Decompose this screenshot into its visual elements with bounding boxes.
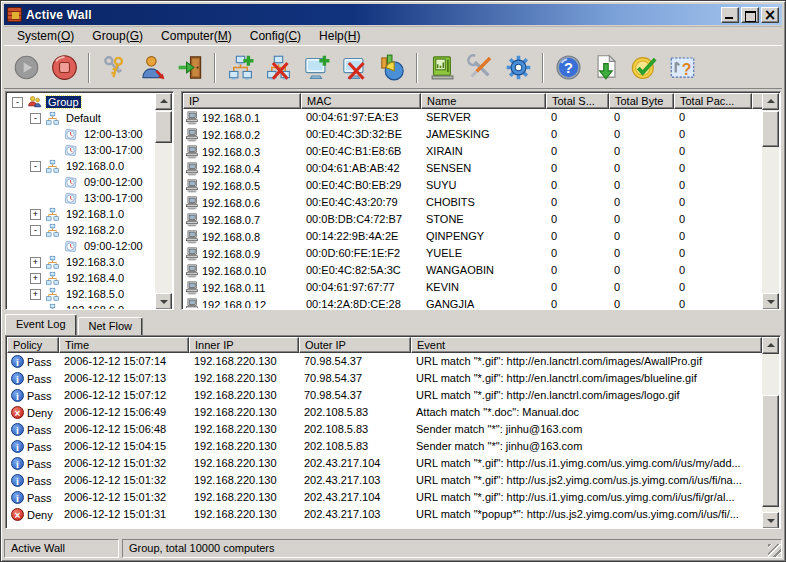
tree-item[interactable]: - Group <box>8 94 155 110</box>
event-row[interactable]: Pass 2006-12-12 15:01:32 192.168.220.130… <box>7 489 762 506</box>
col-header-name[interactable]: Name <box>421 93 546 109</box>
password-button[interactable] <box>96 50 132 86</box>
scroll-down-button[interactable] <box>762 512 779 529</box>
event-row[interactable]: Pass 2006-12-12 15:07:14 192.168.220.130… <box>7 353 762 370</box>
minimize-button[interactable] <box>721 7 739 23</box>
col-header-total-byte[interactable]: Total Byte <box>609 93 674 109</box>
computer-row[interactable]: 192.168.0.10 00:E0:4C:82:5A:3C WANGAOBIN… <box>183 262 762 279</box>
event-row[interactable]: Pass 2006-12-12 15:04:15 192.168.220.130… <box>7 438 762 455</box>
event-row[interactable]: Pass 2006-12-12 15:01:32 192.168.220.130… <box>7 472 762 489</box>
scroll-up-button[interactable] <box>762 93 779 110</box>
col-header-outer-ip[interactable]: Outer IP <box>299 337 411 353</box>
config-button[interactable] <box>500 50 536 86</box>
add-group-button[interactable] <box>222 50 258 86</box>
event-row[interactable]: Pass 2006-12-12 15:07:13 192.168.220.130… <box>7 370 762 387</box>
tree-item[interactable]: + 192.168.4.0 <box>8 270 155 286</box>
start-button[interactable] <box>8 50 44 86</box>
scroll-thumb[interactable] <box>155 111 172 143</box>
menu-item[interactable]: Help(H) <box>310 27 369 45</box>
tab[interactable]: Net Flow <box>78 317 143 335</box>
computer-row[interactable]: 192.168.0.11 00:04:61:97:67:77 KEVIN 0 0… <box>183 279 762 296</box>
event-row[interactable]: Pass 2006-12-12 15:07:12 192.168.220.130… <box>7 387 762 404</box>
computer-row[interactable]: 192.168.0.12 00:14:2A:8D:CE:28 GANGJIA 0… <box>183 296 762 308</box>
tools-button[interactable] <box>462 50 498 86</box>
tree-item[interactable]: - 192.168.2.0 <box>8 222 155 238</box>
computer-row[interactable]: 192.168.0.5 00:E0:4C:B0:EB:29 SUYU 0 0 0 <box>183 177 762 194</box>
about-button[interactable] <box>550 50 586 86</box>
event-log-scrollbar[interactable] <box>762 337 779 529</box>
add-computer-button[interactable] <box>298 50 334 86</box>
col-header-inner-ip[interactable]: Inner IP <box>189 337 299 353</box>
close-button[interactable] <box>761 7 779 23</box>
scroll-down-button[interactable] <box>155 293 172 310</box>
panel-splitter[interactable] <box>174 91 181 310</box>
computer-row[interactable]: 192.168.0.6 00:E0:4C:43:20:79 CHOBITS 0 … <box>183 194 762 211</box>
event-row[interactable]: Deny 2006-12-12 15:06:49 192.168.220.130… <box>7 404 762 421</box>
computer-row[interactable]: 192.168.0.2 00:E0:4C:3D:32:BE JAMESKING … <box>183 126 762 143</box>
col-header-time[interactable]: Time <box>59 337 189 353</box>
menu-item[interactable]: Config(C) <box>241 27 310 45</box>
tree-item[interactable]: - Default <box>8 110 155 126</box>
tree-item[interactable]: 13:00-17:00 <box>8 142 155 158</box>
col-header-total-pac[interactable]: Total Pac... <box>674 93 752 109</box>
event-row[interactable]: Pass 2006-12-12 15:01:32 192.168.220.130… <box>7 455 762 472</box>
tab[interactable]: Event Log <box>5 314 77 335</box>
netflow-button[interactable] <box>424 50 460 86</box>
tree-item[interactable]: 192.168.6.0 <box>8 302 155 310</box>
tree-item[interactable]: - 192.168.0.0 <box>8 158 155 174</box>
tree-expander[interactable]: + <box>30 209 41 220</box>
tree-expander[interactable]: - <box>30 161 41 172</box>
scroll-down-button[interactable] <box>762 293 779 310</box>
maximize-button[interactable] <box>741 7 759 23</box>
menu-item[interactable]: Group(G) <box>83 27 152 45</box>
col-header-mac[interactable]: MAC <box>301 93 421 109</box>
menu-item[interactable]: System(O) <box>8 27 83 45</box>
col-header-ip[interactable]: IP <box>183 93 301 109</box>
resize-grip[interactable] <box>768 544 781 557</box>
register-button[interactable] <box>626 50 662 86</box>
exit-button[interactable] <box>172 50 208 86</box>
policy-icon <box>11 491 24 504</box>
computers-scrollbar[interactable] <box>762 93 779 310</box>
tree-expander[interactable]: - <box>30 113 41 124</box>
tree-expander[interactable]: + <box>30 289 41 300</box>
event-row[interactable]: Deny 2006-12-12 15:01:31 192.168.220.130… <box>7 506 762 523</box>
tree-node-icon <box>45 271 61 286</box>
delete-computer-button[interactable] <box>336 50 372 86</box>
scroll-thumb[interactable] <box>762 111 779 147</box>
tree-expander[interactable]: - <box>30 225 41 236</box>
col-header-event[interactable]: Event <box>411 337 762 353</box>
tree-node-icon <box>63 143 79 158</box>
stop-button[interactable] <box>46 50 82 86</box>
tree-item[interactable]: 13:00-17:00 <box>8 190 155 206</box>
computer-row[interactable]: 192.168.0.1 00:04:61:97:EA:E3 SERVER 0 0… <box>183 109 762 126</box>
scroll-up-button[interactable] <box>762 337 779 354</box>
col-header-total-s[interactable]: Total S... <box>546 93 609 109</box>
scroll-thumb[interactable] <box>762 395 779 507</box>
update-button[interactable] <box>588 50 624 86</box>
computer-row[interactable]: 192.168.0.8 00:14:22:9B:4A:2E QINPENGY 0… <box>183 228 762 245</box>
event-row[interactable]: Pass 2006-12-12 15:06:48 192.168.220.130… <box>7 421 762 438</box>
computer-row[interactable]: 192.168.0.3 00:E0:4C:B1:E8:6B XIRAIN 0 0… <box>183 143 762 160</box>
login-button[interactable] <box>134 50 170 86</box>
tree-item[interactable]: 09:00-12:00 <box>8 174 155 190</box>
tree-expander[interactable]: - <box>12 97 23 108</box>
tree-item[interactable]: + 192.168.5.0 <box>8 286 155 302</box>
col-header-policy[interactable]: Policy <box>7 337 59 353</box>
menu-item[interactable]: Computer(M) <box>152 27 241 45</box>
delete-group-button[interactable] <box>260 50 296 86</box>
context-help-button[interactable] <box>664 50 700 86</box>
tree-item[interactable]: + 192.168.3.0 <box>8 254 155 270</box>
titlebar[interactable]: Active Wall <box>4 4 782 25</box>
computer-row[interactable]: 192.168.0.4 00:04:61:AB:AB:42 SENSEN 0 0… <box>183 160 762 177</box>
tree-expander[interactable]: + <box>30 273 41 284</box>
statistics-button[interactable] <box>374 50 410 86</box>
tree-scrollbar[interactable] <box>155 93 172 310</box>
tree-item[interactable]: 09:00-12:00 <box>8 238 155 254</box>
scroll-up-button[interactable] <box>155 93 172 110</box>
computer-row[interactable]: 192.168.0.7 00:0B:DB:C4:72:B7 STONE 0 0 … <box>183 211 762 228</box>
tree-item[interactable]: 12:00-13:00 <box>8 126 155 142</box>
computer-row[interactable]: 192.168.0.9 00:0D:60:FE:1E:F2 YUELE 0 0 … <box>183 245 762 262</box>
tree-expander[interactable]: + <box>30 257 41 268</box>
tree-item[interactable]: + 192.168.1.0 <box>8 206 155 222</box>
